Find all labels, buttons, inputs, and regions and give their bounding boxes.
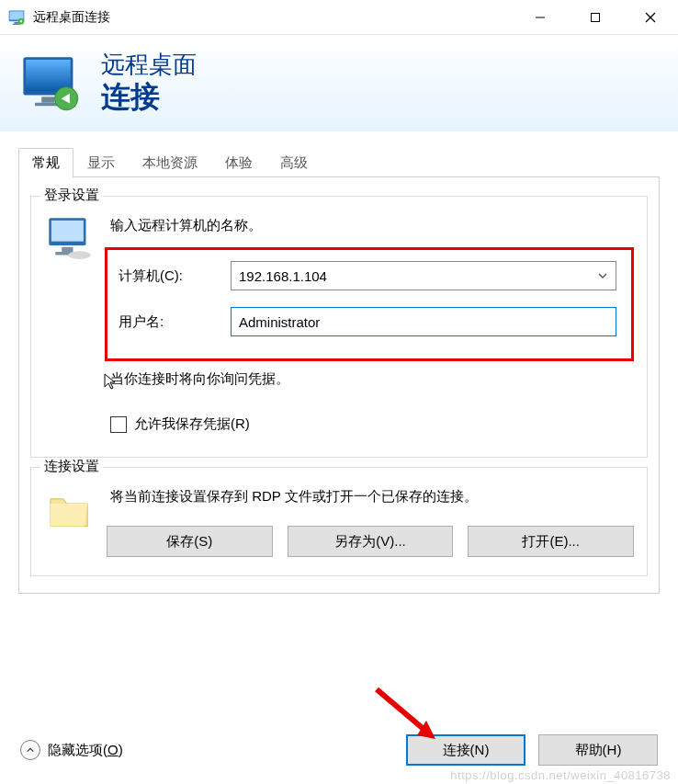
computer-combo[interactable]: 192.168.1.104 [231,261,616,290]
rdp-monitor-icon [18,51,85,117]
svg-point-18 [68,251,91,259]
connection-settings-label: 连接设置 [40,458,103,475]
computer-icon [44,213,96,265]
username-label: 用户名: [119,313,231,331]
connection-settings-group: 连接设置 将当前连接设置保存到 RDP 文件或打开一个已保存的连接。 保存(S)… [30,467,648,576]
open-button[interactable]: 打开(E)... [468,526,634,557]
banner-line2: 连接 [101,77,197,118]
footer: 隐藏选项(O) 连接(N) 帮助(H) [0,720,678,784]
computer-label: 计算机(C): [119,267,231,285]
collapse-icon [20,740,40,760]
window-title: 远程桌面连接 [33,9,110,26]
help-button[interactable]: 帮助(H) [538,734,658,766]
close-button[interactable] [623,0,678,34]
main-panel: 常规 显示 本地资源 体验 高级 登录设置 输入远程计算机 [0,131,678,605]
svg-rect-11 [41,97,54,102]
minimize-button[interactable] [513,0,568,34]
login-settings-label: 登录设置 [40,187,103,204]
username-input[interactable]: Administrator [231,307,616,336]
credentials-hint: 当你连接时将向你询问凭据。 [110,370,634,388]
login-settings-group: 登录设置 输入远程计算机的名称。 计算机(C): [30,196,648,458]
hide-options-toggle[interactable]: 隐藏选项(O) [20,740,123,760]
svg-rect-10 [26,59,71,90]
tab-general[interactable]: 常规 [18,148,73,178]
tab-display[interactable]: 显示 [73,148,129,177]
computer-row: 计算机(C): 192.168.1.104 [119,261,616,290]
header-banner: 远程桌面 连接 [0,35,678,131]
save-button[interactable]: 保存(S) [107,526,273,557]
checkbox-label: 允许我保存凭据(R) [134,415,250,433]
app-icon [7,8,26,27]
tab-experience[interactable]: 体验 [211,148,266,177]
cursor-icon [103,372,118,393]
username-value: Administrator [239,314,320,330]
svg-rect-2 [15,22,19,24]
banner-text: 远程桌面 连接 [101,49,197,118]
tab-strip: 常规 显示 本地资源 体验 高级 [18,146,660,177]
svg-rect-6 [592,13,600,21]
chevron-down-icon [597,268,608,284]
highlight-box: 计算机(C): 192.168.1.104 用户名: Adm [105,247,634,361]
svg-rect-3 [13,23,20,24]
save-credentials-checkbox[interactable]: 允许我保存凭据(R) [110,415,634,433]
tab-advanced[interactable]: 高级 [266,148,322,177]
title-bar-left: 远程桌面连接 [7,8,513,27]
svg-rect-15 [51,221,84,242]
title-bar: 远程桌面连接 [0,0,678,35]
tab-panel-general: 登录设置 输入远程计算机的名称。 计算机(C): [18,177,660,594]
connection-desc: 将当前连接设置保存到 RDP 文件或打开一个已保存的连接。 [110,488,634,506]
tab-local-resources[interactable]: 本地资源 [129,148,211,177]
username-row: 用户名: Administrator [119,307,616,336]
computer-value: 192.168.1.104 [239,268,327,284]
banner-line1: 远程桌面 [101,49,197,81]
login-prompt: 输入远程计算机的名称。 [110,217,634,234]
checkbox-icon [110,416,127,433]
save-as-button[interactable]: 另存为(V)... [288,526,454,557]
folder-icon [44,484,96,536]
hide-options-label: 隐藏选项(O) [48,742,123,759]
window-controls [513,0,678,34]
svg-rect-16 [62,247,73,252]
maximize-button[interactable] [568,0,623,34]
connect-button[interactable]: 连接(N) [406,734,525,766]
